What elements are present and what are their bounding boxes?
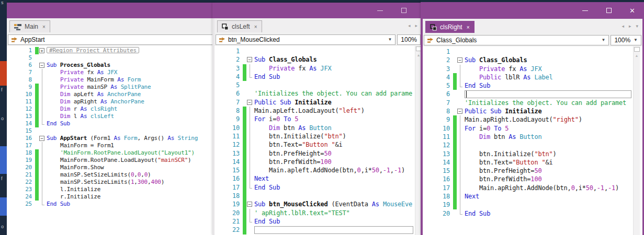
changed-line-marker <box>35 69 39 76</box>
tab-main[interactable]: Main × <box>9 20 50 32</box>
fold-margin <box>246 115 254 123</box>
code-token: btn <box>284 124 298 132</box>
code-token: l.Initialize <box>60 186 100 193</box>
code-token: , Args() <box>137 135 167 142</box>
tab-close-icon[interactable]: × <box>253 24 257 30</box>
code-editor[interactable]: 1+#Region Project Attributes56−Sub Proce… <box>7 46 214 235</box>
line-number: 14 <box>214 158 243 166</box>
collapse-region-icon[interactable]: − <box>39 136 44 141</box>
code-token: 50 <box>372 167 379 174</box>
sub-selector-dropdown[interactable]: AppStart <box>8 34 213 45</box>
line-number: 11 <box>423 133 453 141</box>
tab-scroll-right-icon[interactable]: ▸ <box>415 23 417 28</box>
code-text: 'Initializes the object. You can add par… <box>465 99 633 107</box>
code-token: Process_Globals <box>60 62 110 68</box>
code-editor[interactable]: 12−Sub Class_Globals3Private fx As JFX4E… <box>214 46 422 235</box>
background-text-fragment: s <box>1 1 4 5</box>
changed-line-marker <box>243 132 246 140</box>
collapse-region-icon[interactable]: − <box>247 100 252 105</box>
background-red-block <box>0 61 7 86</box>
close-button[interactable]: ✕ <box>620 2 644 19</box>
code-token: btn_MouseClicked <box>269 201 327 208</box>
zoom-level-dropdown[interactable]: 100% <box>397 34 421 45</box>
fold-margin <box>457 81 465 90</box>
code-token: -1 <box>597 184 604 192</box>
collapse-region-icon[interactable]: − <box>247 202 252 207</box>
tab-close-icon[interactable]: × <box>41 24 46 30</box>
code-token: 5 <box>505 125 509 132</box>
tab-scroll-left-icon[interactable]: ◂ <box>408 23 411 28</box>
code-editor[interactable]: 12−Sub Class_Globals3Private fx As JFX4P… <box>423 46 642 235</box>
code-token: btn.PrefHeight= <box>479 167 534 174</box>
code-token: JFX <box>107 69 117 76</box>
code-text: Private fx As JFX <box>465 65 633 73</box>
changed-line-marker <box>243 174 246 183</box>
code-text: Public lblR As Label <box>465 73 633 81</box>
changed-line-marker <box>35 201 39 208</box>
fold-margin <box>457 192 465 201</box>
background-blue-block <box>0 197 7 216</box>
fold-margin <box>246 140 254 149</box>
scroll-up-icon[interactable]: ▲ <box>634 52 640 59</box>
changed-line-marker <box>453 167 457 175</box>
fold-margin <box>246 209 254 217</box>
editor-split-handle[interactable] <box>634 47 640 52</box>
maximize-button[interactable] <box>392 3 415 18</box>
changed-line-marker <box>243 81 246 89</box>
tab-scroll-down-icon[interactable]: ▾ <box>636 24 638 29</box>
changed-line-marker <box>243 73 246 81</box>
titlebar-clsleft[interactable] <box>212 3 422 18</box>
tab-clsleft[interactable]: clsLeft × <box>217 20 262 32</box>
code-text <box>254 192 415 200</box>
code-token: 0 <box>571 184 575 192</box>
sub-selector-dropdown[interactable]: btn_MouseClicked ▼ <box>216 34 396 45</box>
code-text: MainForm.Show <box>47 164 214 171</box>
collapse-region-icon[interactable]: − <box>247 57 252 62</box>
sub-icon <box>427 37 434 43</box>
code-token: "btn" <box>534 150 552 158</box>
fold-margin <box>39 157 47 164</box>
changed-line-marker <box>453 73 457 81</box>
code-line: 19−Sub btn_MouseClicked (EventData As Mo… <box>214 200 415 208</box>
code-token: r <box>74 105 81 112</box>
collapse-region-icon[interactable]: − <box>457 57 462 63</box>
changed-line-marker <box>453 201 457 209</box>
code-line: 20' apRight.lblR.text="TEST" <box>214 209 415 217</box>
code-token: "btn" <box>324 133 342 140</box>
code-token: AnchorPane <box>107 91 141 98</box>
titlebar-main[interactable] <box>4 3 214 18</box>
chevron-down-icon[interactable]: ▼ <box>387 37 392 42</box>
code-line: 4End Sub <box>214 73 415 81</box>
code-line: 1+#Region Project Attributes <box>7 47 214 54</box>
editor-right-gap <box>640 46 642 235</box>
code-line: 8Private MainForm As Form <box>7 76 214 84</box>
chevron-down-icon[interactable]: ▼ <box>601 38 606 42</box>
tab-clsright[interactable]: clsRight × <box>425 21 474 33</box>
collapse-region-icon[interactable]: − <box>39 63 44 68</box>
tab-scroll-left-icon[interactable]: ◂ <box>622 24 624 29</box>
maximize-button[interactable] <box>597 2 620 19</box>
sub-selector-dropdown[interactable]: Class_Globals ▼ <box>424 35 609 45</box>
code-line: 16Next <box>214 174 415 183</box>
fold-margin <box>246 107 254 115</box>
code-token: #Region Project Attributes <box>47 47 139 53</box>
vertical-scrollbar[interactable]: ▲ <box>633 46 640 235</box>
minimize-button[interactable] <box>573 2 597 19</box>
code-token: 100 <box>530 175 541 183</box>
code-text: Private MainForm As Form <box>47 76 214 84</box>
code-token: Form <box>124 135 138 142</box>
code-text <box>465 201 633 209</box>
tab-scroll-right-icon[interactable]: ▸ <box>629 24 631 29</box>
code-text: l.Initialize <box>47 186 214 193</box>
titlebar-clsright[interactable]: ✕ <box>421 2 644 19</box>
code-token: MouseEve <box>383 201 412 208</box>
chevron-down-icon[interactable]: ▼ <box>634 38 638 42</box>
expand-region-icon[interactable]: + <box>39 48 44 53</box>
code-line: 21mainSP.SetSizeLimits(0,0,0) <box>7 171 214 179</box>
zoom-level-value: 100% <box>401 36 417 43</box>
tab-close-icon[interactable]: × <box>466 25 470 30</box>
zoom-level-dropdown[interactable]: 100% ▼ <box>611 35 641 45</box>
text-caret <box>466 91 467 97</box>
minimize-button[interactable] <box>368 3 392 18</box>
collapse-region-icon[interactable]: − <box>457 109 462 114</box>
